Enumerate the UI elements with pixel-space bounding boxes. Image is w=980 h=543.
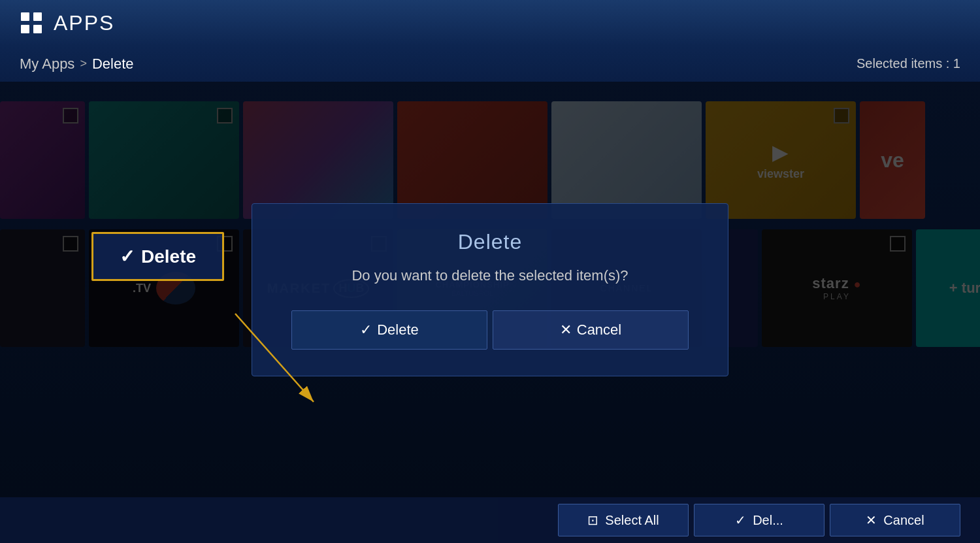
svg-rect-0 <box>21 12 29 21</box>
main-content: ▶ viewster ve .TV <box>0 82 980 497</box>
header: APPS <box>0 0 980 46</box>
dialog-cancel-icon: ✕ <box>560 321 572 338</box>
dialog-delete-label: Delete <box>377 321 419 338</box>
page-title: APPS <box>54 11 114 35</box>
cancel-toolbar-icon: ✕ <box>866 512 877 528</box>
apps-icon <box>20 11 43 35</box>
delete-label-checkmark: ✓ <box>120 246 135 267</box>
delete-short-button[interactable]: ✓ Del... <box>694 504 825 536</box>
breadcrumb: My Apps > Delete <box>20 56 133 73</box>
dialog-message: Do you want to delete the selected item(… <box>291 267 689 284</box>
svg-rect-1 <box>33 12 42 21</box>
delete-short-label: Del... <box>753 513 783 528</box>
breadcrumb-current: Delete <box>92 56 134 73</box>
breadcrumb-separator: > <box>80 57 87 71</box>
delete-label-text: Delete <box>141 246 196 267</box>
dialog-delete-icon: ✓ <box>360 321 372 338</box>
svg-rect-3 <box>33 25 42 33</box>
dialog-buttons: ✓ Delete ✕ Cancel <box>291 310 689 350</box>
breadcrumb-parent[interactable]: My Apps <box>20 56 74 73</box>
select-all-label: Select All <box>605 513 659 528</box>
dialog-overlay: Delete Do you want to delete the selecte… <box>0 82 980 497</box>
breadcrumb-bar: My Apps > Delete Selected items : 1 <box>0 46 980 82</box>
selected-items-count: Selected items : 1 <box>857 56 960 71</box>
delete-short-icon: ✓ <box>735 512 746 528</box>
svg-rect-2 <box>21 25 29 33</box>
cancel-toolbar-button[interactable]: ✕ Cancel <box>830 504 960 536</box>
dialog-delete-button[interactable]: ✓ Delete <box>291 310 487 350</box>
cancel-toolbar-label: Cancel <box>883 513 924 528</box>
select-all-icon: ⊡ <box>587 512 598 528</box>
delete-label-box[interactable]: ✓ Delete <box>91 232 224 281</box>
dialog-cancel-label: Cancel <box>577 321 621 338</box>
bottom-toolbar: ⊡ Select All ✓ Del... ✕ Cancel <box>0 497 980 543</box>
dialog-box: Delete Do you want to delete the selecte… <box>252 203 728 376</box>
select-all-button[interactable]: ⊡ Select All <box>558 504 689 536</box>
dialog-title: Delete <box>291 230 689 254</box>
dialog-cancel-button[interactable]: ✕ Cancel <box>493 310 689 350</box>
